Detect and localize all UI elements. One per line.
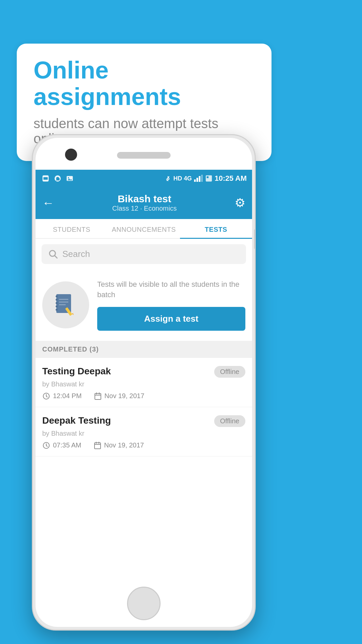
bubble-title: Online assignments xyxy=(34,57,255,110)
class-subtitle: Class 12 · Economics xyxy=(112,205,177,212)
svg-rect-25 xyxy=(95,393,101,399)
side-button-right xyxy=(254,229,256,249)
svg-rect-20 xyxy=(59,302,68,303)
test-time: 12:04 PM xyxy=(42,392,82,400)
top-bar-center: Bikash test Class 12 · Economics xyxy=(112,193,177,212)
image-icon xyxy=(65,175,74,182)
calendar-icon xyxy=(94,441,102,449)
test-item[interactable]: Testing Deepak Offline by Bhaswat kr 12:… xyxy=(36,358,252,407)
test-date: Nov 19, 2017 xyxy=(94,441,144,449)
svg-rect-27 xyxy=(95,443,101,449)
tab-bar: STUDENTS ANNOUNCEMENTS TESTS xyxy=(36,219,252,239)
svg-rect-6 xyxy=(196,178,198,182)
status-time: 10:25 AM xyxy=(215,174,247,183)
svg-marker-23 xyxy=(72,313,74,316)
calendar-icon xyxy=(94,392,102,400)
notebook-icon xyxy=(52,291,79,318)
svg-line-12 xyxy=(55,256,57,258)
clock-icon xyxy=(42,441,50,449)
info-section: Tests will be visible to all the student… xyxy=(36,269,252,341)
test-meta: 12:04 PM Nov 19, 2017 xyxy=(42,392,245,400)
test-item-header: Testing Deepak Offline xyxy=(42,366,245,378)
phone-home-button[interactable] xyxy=(127,587,161,620)
offline-badge: Offline xyxy=(214,366,245,378)
phone-speaker xyxy=(117,152,171,159)
svg-rect-1 xyxy=(44,177,48,179)
search-bar[interactable]: Search xyxy=(42,244,246,264)
test-date: Nov 19, 2017 xyxy=(94,392,144,400)
back-button[interactable]: ← xyxy=(42,196,54,210)
test-item[interactable]: Deepak Testing Offline by Bhaswat kr 07:… xyxy=(36,407,252,457)
network-badge: HD 4G xyxy=(173,175,192,182)
signal-icon xyxy=(194,175,203,182)
svg-rect-7 xyxy=(199,176,200,182)
search-icon xyxy=(48,249,58,259)
assign-test-button[interactable]: Assign a test xyxy=(97,307,245,331)
top-app-bar: ← Bikash test Class 12 · Economics ⚙ xyxy=(36,187,252,219)
class-title: Bikash test xyxy=(112,193,177,205)
search-placeholder: Search xyxy=(62,249,90,259)
test-author: by Bhaswat kr xyxy=(42,380,245,388)
search-container: Search xyxy=(36,239,252,269)
svg-rect-16 xyxy=(56,302,58,304)
completed-section-header: COMPLETED (3) xyxy=(36,341,252,358)
phone-frame: HD 4G 10:25 AM ← xyxy=(32,134,256,631)
svg-rect-21 xyxy=(59,304,66,305)
status-icons-right: HD 4G 10:25 AM xyxy=(165,174,247,183)
tab-tests[interactable]: TESTS xyxy=(180,219,252,238)
status-bar: HD 4G 10:25 AM xyxy=(36,170,252,187)
test-author: by Bhaswat kr xyxy=(42,430,245,437)
test-title: Deepak Testing xyxy=(42,415,111,426)
svg-rect-9 xyxy=(206,175,212,181)
offline-badge: Offline xyxy=(214,415,245,427)
test-title: Testing Deepak xyxy=(42,366,111,377)
info-right: Tests will be visible to all the student… xyxy=(97,279,245,331)
svg-rect-18 xyxy=(56,309,58,311)
whatsapp-icon xyxy=(53,175,62,182)
phone-inner: HD 4G 10:25 AM ← xyxy=(36,138,252,627)
svg-rect-8 xyxy=(201,175,203,182)
settings-icon[interactable]: ⚙ xyxy=(235,196,245,210)
svg-rect-5 xyxy=(194,179,196,182)
bluetooth-icon xyxy=(165,175,171,182)
notebook-icon-wrap xyxy=(42,281,89,328)
sim-icon xyxy=(205,175,213,182)
svg-rect-10 xyxy=(207,176,209,178)
svg-rect-17 xyxy=(56,306,58,307)
tab-announcements[interactable]: ANNOUNCEMENTS xyxy=(108,219,180,238)
test-item-header: Deepak Testing Offline xyxy=(42,415,245,427)
svg-rect-19 xyxy=(59,299,68,300)
screen: HD 4G 10:25 AM ← xyxy=(36,170,252,590)
info-description: Tests will be visible to all the student… xyxy=(97,279,245,300)
test-time: 07:35 AM xyxy=(42,441,81,449)
clock-icon xyxy=(42,392,50,400)
svg-point-4 xyxy=(68,177,69,178)
svg-rect-15 xyxy=(56,299,58,301)
app-icon-1 xyxy=(41,175,50,182)
status-icons-left xyxy=(41,175,74,182)
phone-camera xyxy=(65,149,77,161)
completed-header-text: COMPLETED (3) xyxy=(42,345,99,353)
test-meta: 07:35 AM Nov 19, 2017 xyxy=(42,441,245,449)
tab-students[interactable]: STUDENTS xyxy=(36,219,108,238)
svg-rect-14 xyxy=(56,296,58,297)
